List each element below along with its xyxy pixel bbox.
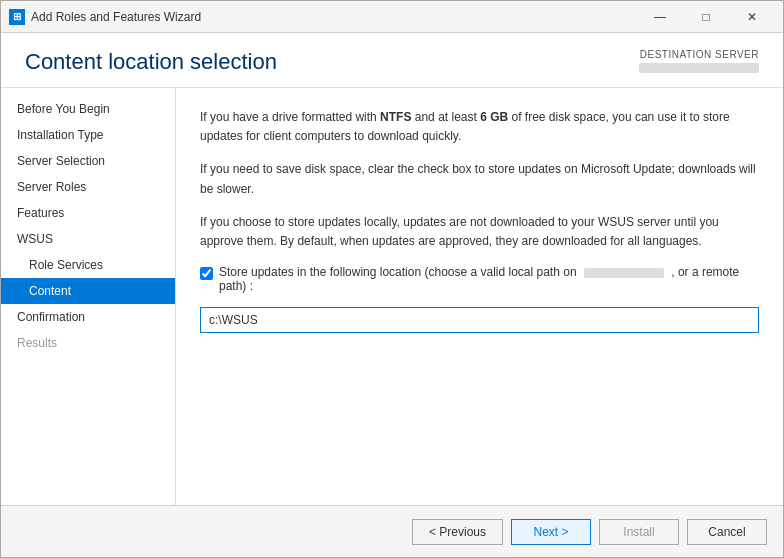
store-updates-checkbox-row: Store updates in the following location … (200, 265, 759, 293)
window-title: Add Roles and Features Wizard (31, 10, 637, 24)
maximize-button[interactable]: □ (683, 1, 729, 33)
close-button[interactable]: ✕ (729, 1, 775, 33)
wizard-window: ⊞ Add Roles and Features Wizard — □ ✕ Co… (0, 0, 784, 558)
sidebar-item-server-selection[interactable]: Server Selection (1, 148, 175, 174)
store-updates-checkbox[interactable] (200, 267, 213, 280)
content-area: Before You Begin Installation Type Serve… (1, 88, 783, 505)
header: Content location selection DESTINATION S… (1, 33, 783, 88)
sidebar-item-confirmation[interactable]: Confirmation (1, 304, 175, 330)
paragraph-1: If you have a drive formatted with NTFS … (200, 108, 759, 146)
destination-value (639, 63, 759, 73)
path-input[interactable] (200, 307, 759, 333)
sidebar-item-features[interactable]: Features (1, 200, 175, 226)
destination-label: DESTINATION SERVER (639, 49, 759, 60)
sidebar-item-role-services[interactable]: Role Services (1, 252, 175, 278)
cancel-button[interactable]: Cancel (687, 519, 767, 545)
footer: < Previous Next > Install Cancel (1, 505, 783, 557)
sidebar-item-before-you-begin[interactable]: Before You Begin (1, 96, 175, 122)
store-updates-label[interactable]: Store updates in the following location … (219, 265, 759, 293)
previous-button[interactable]: < Previous (412, 519, 503, 545)
sidebar-item-results: Results (1, 330, 175, 356)
main-content: If you have a drive formatted with NTFS … (176, 88, 783, 505)
title-bar: ⊞ Add Roles and Features Wizard — □ ✕ (1, 1, 783, 33)
minimize-button[interactable]: — (637, 1, 683, 33)
paragraph-3: If you choose to store updates locally, … (200, 213, 759, 251)
sidebar-item-installation-type[interactable]: Installation Type (1, 122, 175, 148)
sidebar: Before You Begin Installation Type Serve… (1, 88, 176, 505)
page-title: Content location selection (25, 49, 277, 75)
sidebar-item-wsus[interactable]: WSUS (1, 226, 175, 252)
install-button: Install (599, 519, 679, 545)
destination-server-info: DESTINATION SERVER (639, 49, 759, 73)
sidebar-item-server-roles[interactable]: Server Roles (1, 174, 175, 200)
window-controls: — □ ✕ (637, 1, 775, 33)
next-button[interactable]: Next > (511, 519, 591, 545)
paragraph-2: If you need to save disk space, clear th… (200, 160, 759, 198)
app-icon: ⊞ (9, 9, 25, 25)
sidebar-item-content[interactable]: Content (1, 278, 175, 304)
